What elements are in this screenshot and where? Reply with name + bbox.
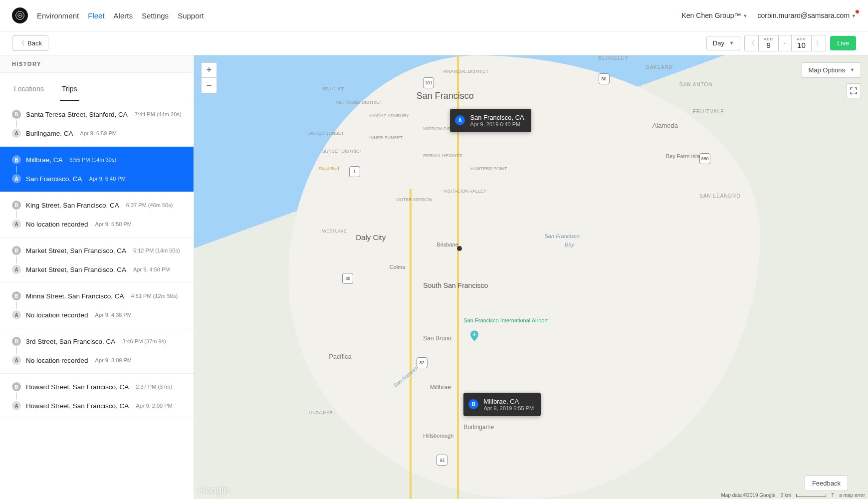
back-button[interactable]: 〈 Back: [12, 35, 48, 51]
shield-35: 35: [342, 273, 353, 284]
map-tooltip-a[interactable]: A San Francisco, CA Apr 9, 2019 6:40 PM: [450, 109, 531, 132]
trip-item[interactable]: B 3rd Street, San Francisco, CA 3:46 PM …: [0, 328, 194, 374]
place-burlingame: Burlingame: [463, 424, 494, 431]
trip-badge-b: B: [12, 201, 21, 210]
date-from[interactable]: APR 9: [759, 35, 779, 51]
trip-item[interactable]: B King Street, San Francisco, CA 6:37 PM…: [0, 192, 194, 238]
trip-badge-a: A: [12, 401, 21, 410]
svg-point-2: [19, 15, 21, 16]
live-button[interactable]: Live: [830, 36, 856, 50]
trip-end-meta: 7:44 PM (44m 20s): [135, 111, 182, 117]
history-tabs: Locations Trips: [0, 79, 194, 101]
trip-end-meta: 6:37 PM (46m 50s): [126, 202, 173, 208]
bay-label-2: Bay: [565, 242, 574, 248]
nav-environment[interactable]: Environment: [37, 11, 79, 20]
nav-alerts[interactable]: Alerts: [114, 11, 133, 20]
trip-start-meta: Apr 9, 2:00 PM: [136, 403, 172, 409]
tooltip-badge-a: A: [455, 115, 465, 125]
trip-badge-a: A: [12, 174, 21, 183]
place-berkeley: BERKELEY: [599, 55, 629, 61]
zoom-in-button[interactable]: +: [202, 63, 217, 78]
date-to[interactable]: APR 10: [792, 35, 812, 51]
zoom-controls: + −: [201, 62, 217, 93]
place-inner-sunset: INNER SUNSET: [369, 135, 403, 140]
trip-start-location: Market Street, San Francisco, CA: [26, 266, 126, 273]
map-tooltip-b[interactable]: B Millbrae, CA Apr 9, 2019 6:55 PM: [463, 393, 541, 416]
trip-end-meta: 5:12 PM (14m 50s): [133, 248, 180, 253]
caret-down-icon: ▼: [852, 13, 856, 18]
place-san-antonio: SAN ANTON: [679, 82, 713, 87]
trip-item[interactable]: B Minna Street, San Francisco, CA 4:51 P…: [0, 283, 194, 328]
trip-end-location: Minna Street, San Francisco, CA: [26, 292, 124, 300]
tooltip-subtitle: Apr 9, 2019 6:40 PM: [470, 121, 524, 127]
group-switcher[interactable]: Ken Chen Group™▼: [681, 11, 747, 19]
place-sea-cliff: SEA CLIFF: [322, 86, 345, 91]
map-attribution: Map data ©2019 Google 2 km T a map error: [721, 493, 865, 498]
map-options-button[interactable]: Map Options▼: [802, 62, 861, 78]
shield-1: 1: [349, 166, 360, 177]
back-label: Back: [27, 39, 42, 47]
user-menu[interactable]: corbin.muraro@samsara.com▼: [757, 11, 856, 19]
trip-item[interactable]: B Millbrae, CA 6:55 PM (14m 30s) A San F…: [0, 147, 194, 192]
place-colma: Colma: [390, 264, 406, 270]
logo[interactable]: [12, 7, 28, 23]
trip-badge-b: B: [12, 291, 21, 300]
place-san-francisco: San Francisco: [417, 91, 474, 101]
nav-fleet[interactable]: Fleet: [88, 11, 104, 20]
fullscreen-icon: [850, 87, 857, 94]
history-sidebar: HISTORY Locations Trips B Santa Teresa S…: [0, 55, 194, 499]
trips-list[interactable]: B Santa Teresa Street, Stanford, CA 7:44…: [0, 101, 194, 499]
trip-start-location: No location recorded: [26, 221, 88, 228]
airport-pin-icon[interactable]: [470, 330, 478, 341]
trip-badge-a: A: [12, 265, 21, 274]
trip-end-location: King Street, San Francisco, CA: [26, 202, 119, 209]
trip-badge-a: A: [12, 310, 21, 319]
place-brisbane: Brisbane: [436, 242, 458, 248]
place-bernal: BERNAL HEIGHTS: [423, 153, 462, 158]
trip-item[interactable]: B Howard Street, San Francisco, CA 2:37 …: [0, 374, 194, 419]
place-sfo: San Francisco International Airport: [463, 317, 513, 323]
trip-end-meta: 6:55 PM (14m 30s): [70, 157, 117, 163]
place-south-sf: South San Francisco: [423, 281, 488, 289]
fullscreen-button[interactable]: [846, 83, 861, 98]
place-oakland: OAKLAND: [646, 64, 673, 70]
prev-day-button[interactable]: 〈: [745, 35, 759, 51]
map-canvas[interactable]: San Francisco Daly City South San Franci…: [194, 55, 868, 499]
place-alameda: Alameda: [652, 122, 678, 129]
main-nav: Environment Fleet Alerts Settings Suppor…: [37, 11, 204, 20]
trip-end-location: 3rd Street, San Francisco, CA: [26, 338, 115, 345]
trip-item[interactable]: B Market Street, San Francisco, CA 5:12 …: [0, 238, 194, 283]
place-linda-mar: LINDA MAR: [309, 410, 333, 415]
trip-end-location: Santa Teresa Street, Stanford, CA: [26, 111, 128, 118]
trip-start-location: No location recorded: [26, 357, 88, 364]
zoom-out-button[interactable]: −: [202, 78, 217, 93]
place-outer-sunset: OUTER SUNSET: [309, 131, 344, 136]
trip-item[interactable]: B Santa Teresa Street, Stanford, CA 7:44…: [0, 101, 194, 147]
place-hillsborough: Hillsborough: [423, 433, 453, 439]
notification-dot: [856, 10, 859, 13]
shield-80: 80: [599, 73, 610, 84]
nav-support[interactable]: Support: [178, 11, 204, 20]
trip-badge-b: B: [12, 246, 21, 255]
trip-start-location: Howard Street, San Francisco, CA: [26, 402, 129, 410]
tooltip-badge-b: B: [468, 399, 478, 409]
view-selector[interactable]: Day▼: [706, 36, 740, 50]
place-san-leandro: SAN LEANDRO: [699, 193, 741, 199]
place-sunset: SUNSET DISTRICT: [322, 149, 362, 154]
shield-880: 880: [699, 153, 710, 164]
feedback-button[interactable]: Feedback: [805, 476, 848, 491]
trip-start-meta: Apr 9, 3:09 PM: [95, 357, 132, 363]
nav-settings[interactable]: Settings: [142, 11, 169, 20]
place-fruitvale: FRUITVALE: [693, 109, 724, 114]
scale-bar: [796, 494, 826, 497]
tab-locations[interactable]: Locations: [12, 79, 46, 101]
trip-badge-a: A: [12, 220, 21, 229]
date-range-picker: 〈 APR 9 - APR 10 〉: [744, 35, 826, 51]
road-sloat: Sloat Blvd: [319, 166, 339, 171]
trip-start-meta: Apr 9, 4:58 PM: [133, 266, 170, 272]
caret-down-icon: ▼: [850, 67, 855, 72]
place-outer-mission: OUTER MISSION: [396, 197, 432, 202]
toolbar: 〈 Back Day▼ 〈 APR 9 - APR 10 〉 Live: [0, 31, 868, 55]
tab-trips[interactable]: Trips: [60, 79, 79, 101]
next-day-button[interactable]: 〉: [812, 35, 826, 51]
